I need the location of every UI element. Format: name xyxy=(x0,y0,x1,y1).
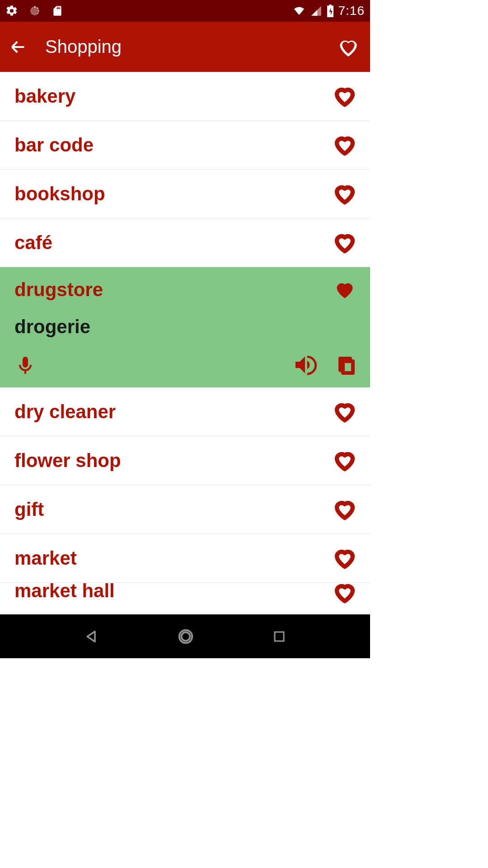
list-item[interactable]: market xyxy=(0,534,370,583)
heart-outline-icon xyxy=(332,230,357,255)
item-label: gift xyxy=(14,499,332,520)
copy-icon xyxy=(336,353,357,377)
svg-point-10 xyxy=(182,632,190,641)
favorite-button[interactable] xyxy=(332,277,357,302)
item-translation: drogerie xyxy=(14,316,357,338)
favorite-button[interactable] xyxy=(332,497,357,522)
triangle-back-icon xyxy=(84,629,99,644)
favorite-button[interactable] xyxy=(332,583,357,605)
favorite-button[interactable] xyxy=(332,132,357,158)
play-audio-button[interactable] xyxy=(292,352,318,377)
copy-button[interactable] xyxy=(336,353,357,377)
favorite-button[interactable] xyxy=(332,546,357,571)
favorite-button[interactable] xyxy=(332,230,357,255)
circle-home-icon xyxy=(177,628,194,645)
favorite-button[interactable] xyxy=(332,181,357,207)
word-list: bakery bar code bookshop café drugstore … xyxy=(0,72,370,614)
microphone-icon xyxy=(14,352,36,377)
signal-icon xyxy=(310,5,322,17)
item-label: bar code xyxy=(14,134,332,156)
heart-outline-icon xyxy=(332,132,357,158)
record-button[interactable] xyxy=(14,352,36,377)
item-label: flower shop xyxy=(14,450,332,472)
svg-point-1 xyxy=(34,6,35,8)
status-time: 7:16 xyxy=(338,4,365,18)
favorite-button[interactable] xyxy=(332,84,357,109)
list-item[interactable]: dry cleaner xyxy=(0,387,370,436)
app-bar: Shopping xyxy=(0,22,370,72)
svg-point-8 xyxy=(32,8,32,8)
sd-card-icon xyxy=(52,4,63,18)
svg-point-6 xyxy=(32,13,33,14)
status-bar: 7:16 xyxy=(0,0,370,22)
gear-icon xyxy=(5,5,18,17)
favorite-button[interactable] xyxy=(332,399,357,425)
list-item[interactable]: market hall xyxy=(0,583,370,605)
svg-rect-11 xyxy=(275,632,284,641)
wifi-icon xyxy=(292,5,306,16)
heart-outline-icon xyxy=(332,181,357,207)
volume-icon xyxy=(292,352,318,377)
list-item[interactable]: gift xyxy=(0,485,370,534)
battery-charging-icon xyxy=(327,5,334,17)
android-nav-bar xyxy=(0,614,370,658)
heart-outline-icon xyxy=(332,84,357,109)
header-favorite-button[interactable] xyxy=(336,34,361,60)
list-item[interactable]: flower shop xyxy=(0,436,370,485)
list-item[interactable]: bar code xyxy=(0,121,370,170)
arrow-left-icon xyxy=(9,38,27,56)
list-item-expanded[interactable]: drugstore drogerie xyxy=(0,267,370,387)
heart-outline-icon xyxy=(332,497,357,522)
expanded-controls xyxy=(14,352,357,377)
svg-point-4 xyxy=(37,13,38,14)
page-title: Shopping xyxy=(45,37,122,57)
nav-home-button[interactable] xyxy=(177,628,194,645)
nav-recent-button[interactable] xyxy=(272,630,286,643)
item-label: market xyxy=(14,547,332,569)
back-button[interactable] xyxy=(9,38,27,56)
heart-filled-icon xyxy=(332,277,357,302)
nav-back-button[interactable] xyxy=(84,629,99,644)
item-label: café xyxy=(14,232,332,254)
item-label: bakery xyxy=(14,85,332,107)
heart-outline-icon xyxy=(332,399,357,425)
svg-point-7 xyxy=(31,10,31,11)
square-recent-icon xyxy=(272,630,286,643)
heart-outline-icon xyxy=(336,34,361,60)
heart-outline-icon xyxy=(332,546,357,571)
status-right-icons: 7:16 xyxy=(292,4,365,18)
list-item[interactable]: café xyxy=(0,218,370,267)
list-item[interactable]: bookshop xyxy=(0,170,370,218)
list-item[interactable]: bakery xyxy=(0,72,370,121)
item-label: dry cleaner xyxy=(14,401,332,423)
spinner-icon xyxy=(29,5,41,17)
heart-outline-icon xyxy=(332,583,357,605)
svg-point-3 xyxy=(38,10,39,11)
favorite-button[interactable] xyxy=(332,448,357,473)
status-left-icons xyxy=(5,4,63,18)
svg-point-2 xyxy=(37,8,38,9)
heart-outline-icon xyxy=(332,448,357,473)
item-label: market hall xyxy=(14,583,332,602)
svg-point-5 xyxy=(34,14,35,15)
item-label: bookshop xyxy=(14,183,332,205)
item-label: drugstore xyxy=(14,279,332,301)
